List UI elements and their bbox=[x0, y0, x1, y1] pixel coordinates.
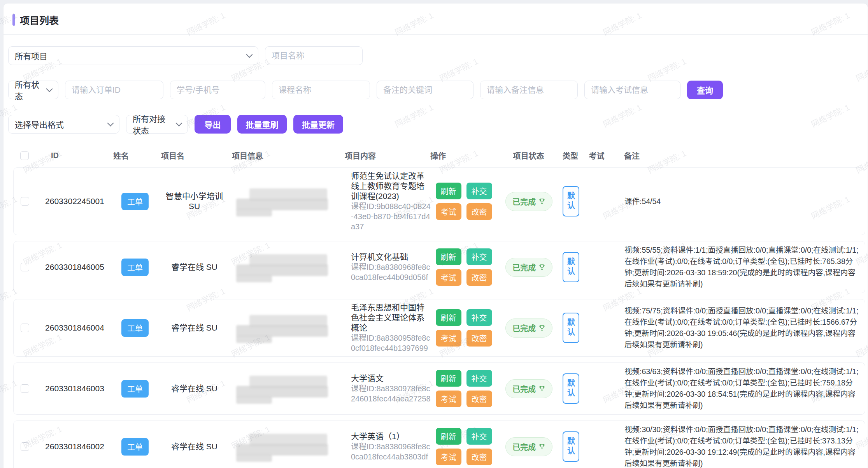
exam-button[interactable]: 考试 bbox=[436, 203, 461, 220]
export-button[interactable]: 导出 bbox=[195, 115, 231, 134]
content-title: 毛泽东思想和中国特色社会主义理论体系概论 bbox=[351, 303, 431, 333]
type-default-button[interactable]: 默认 bbox=[563, 431, 579, 462]
redacted-info-blur bbox=[236, 432, 339, 461]
remark-text: 视频:30/30;资料课件:0/0;面授直播回放:0/0;直播课堂:0/0;在线… bbox=[614, 424, 865, 468]
redacted-info-blur bbox=[236, 313, 339, 342]
chevron-down-icon bbox=[176, 120, 182, 127]
table-row: 2603301846005 工单 睿学在线 SU 计算机文化基础 课程ID:8a… bbox=[13, 241, 865, 293]
header-project-info: 项目信息 bbox=[232, 150, 345, 161]
change-password-button[interactable]: 改密 bbox=[466, 330, 492, 347]
filter-row-1: 所有项目 bbox=[8, 46, 868, 65]
row-checkbox[interactable] bbox=[21, 263, 29, 271]
change-password-button[interactable]: 改密 bbox=[466, 391, 492, 407]
resubmit-button[interactable]: 补交 bbox=[466, 370, 492, 387]
content-title: 计算机文化基础 bbox=[351, 252, 431, 262]
header-project-name: 项目名 bbox=[156, 150, 232, 161]
student-id-input[interactable] bbox=[170, 81, 265, 99]
work-order-button[interactable]: 工单 bbox=[121, 259, 149, 276]
dock-status-select[interactable]: 所有对接状态 bbox=[126, 115, 188, 134]
page-header: 项目列表 bbox=[4, 4, 868, 35]
work-order-button[interactable]: 工单 bbox=[121, 193, 149, 210]
trophy-icon bbox=[538, 198, 545, 205]
work-order-button[interactable]: 工单 bbox=[121, 380, 149, 398]
type-default-button[interactable]: 默认 bbox=[563, 186, 579, 216]
row-actions: 刷新 补交 考试 改密 bbox=[436, 428, 492, 465]
row-actions: 刷新 补交 考试 改密 bbox=[436, 183, 492, 220]
refresh-button[interactable]: 刷新 bbox=[436, 248, 461, 265]
change-password-button[interactable]: 改密 bbox=[466, 203, 492, 220]
chevron-down-icon bbox=[46, 86, 53, 92]
dock-status-value: 所有对接状态 bbox=[133, 113, 173, 136]
table-header-row: ID 姓名 项目名 项目信息 项目内容 操作 项目状态 类型 考试 备注 bbox=[13, 150, 865, 167]
chevron-down-icon bbox=[246, 51, 253, 58]
row-id: 2603301846002 bbox=[36, 442, 114, 451]
trophy-icon bbox=[538, 324, 545, 331]
exam-button[interactable]: 考试 bbox=[436, 330, 461, 347]
status-select[interactable]: 所有状态 bbox=[8, 81, 58, 99]
title-accent-bar bbox=[12, 14, 15, 26]
batch-update-button[interactable]: 批量更新 bbox=[293, 115, 343, 134]
redacted-info-blur bbox=[236, 187, 339, 216]
project-select-value: 所有项目 bbox=[15, 50, 47, 62]
row-checkbox[interactable] bbox=[21, 197, 29, 206]
trophy-icon bbox=[538, 264, 545, 271]
filter-row-3: 选择导出格式 所有对接状态 导出 批量重刷 批量更新 bbox=[8, 115, 868, 134]
export-format-select[interactable]: 选择导出格式 bbox=[8, 115, 119, 134]
project-name: 睿学在线 SU bbox=[171, 384, 217, 394]
type-default-button[interactable]: 默认 bbox=[563, 373, 579, 404]
header-name: 姓名 bbox=[113, 150, 156, 161]
row-checkbox[interactable] bbox=[21, 442, 29, 451]
header-exam: 考试 bbox=[580, 150, 613, 161]
project-select[interactable]: 所有项目 bbox=[8, 46, 258, 65]
batch-refresh-button[interactable]: 批量重刷 bbox=[237, 115, 287, 134]
row-checkbox[interactable] bbox=[21, 384, 29, 393]
resubmit-button[interactable]: 补交 bbox=[466, 183, 492, 199]
exam-button[interactable]: 考试 bbox=[436, 449, 461, 465]
table-row: 2603301846002 工单 睿学在线 SU 大学英语（1） 课程ID:8a… bbox=[13, 420, 865, 468]
exam-info-input[interactable] bbox=[584, 81, 680, 99]
exam-button[interactable]: 考试 bbox=[436, 269, 461, 286]
project-table: ID 姓名 项目名 项目信息 项目内容 操作 项目状态 类型 考试 备注 260… bbox=[13, 150, 865, 468]
resubmit-button[interactable]: 补交 bbox=[466, 309, 492, 326]
content-title: 大学英语（1） bbox=[351, 431, 431, 442]
refresh-button[interactable]: 刷新 bbox=[436, 370, 461, 387]
content-title: 大学语文 bbox=[351, 373, 431, 384]
status-badge: 已完成 bbox=[505, 192, 552, 211]
table-row: 2603302245001 工单 智慧中小学培训 SU 师范生免试认定改革线上教… bbox=[13, 167, 865, 235]
resubmit-button[interactable]: 补交 bbox=[466, 428, 492, 445]
change-password-button[interactable]: 改密 bbox=[466, 269, 492, 286]
header-remark: 备注 bbox=[613, 150, 865, 161]
search-button[interactable]: 查询 bbox=[687, 81, 723, 99]
project-name-input[interactable] bbox=[265, 46, 363, 65]
project-name: 睿学在线 SU bbox=[171, 262, 217, 272]
course-id: 课程ID:8a8380958fe8c0cf018fec44b1397699 bbox=[351, 333, 431, 353]
work-order-button[interactable]: 工单 bbox=[121, 319, 149, 337]
refresh-button[interactable]: 刷新 bbox=[436, 428, 461, 445]
row-id: 2603302245001 bbox=[36, 197, 114, 206]
status-badge: 已完成 bbox=[505, 318, 552, 338]
header-status: 项目状态 bbox=[496, 150, 561, 161]
filter-row-2: 所有状态 查询 bbox=[8, 81, 868, 99]
status-select-value: 所有状态 bbox=[15, 78, 43, 102]
project-content: 毛泽东思想和中国特色社会主义理论体系概论 课程ID:8a8380958fe8c0… bbox=[345, 303, 431, 353]
type-default-button[interactable]: 默认 bbox=[563, 313, 579, 343]
course-id: 课程ID:9b088c40-0824-43e0-b870-b94f617d4a3… bbox=[351, 201, 431, 232]
row-checkbox[interactable] bbox=[21, 324, 29, 332]
change-password-button[interactable]: 改密 bbox=[466, 449, 492, 465]
select-all-checkbox[interactable] bbox=[20, 151, 29, 160]
type-default-button[interactable]: 默认 bbox=[563, 252, 579, 282]
trophy-icon bbox=[538, 443, 545, 450]
header-actions: 操作 bbox=[430, 150, 496, 161]
status-badge: 已完成 bbox=[505, 258, 552, 277]
course-id: 课程ID:8a8380978fe8c246018fec44aea27258 bbox=[351, 384, 431, 404]
refresh-button[interactable]: 刷新 bbox=[436, 309, 461, 326]
resubmit-button[interactable]: 补交 bbox=[466, 248, 492, 265]
order-id-input[interactable] bbox=[65, 81, 163, 99]
table-row: 2603301846004 工单 睿学在线 SU 毛泽东思想和中国特色社会主义理… bbox=[13, 299, 865, 357]
refresh-button[interactable]: 刷新 bbox=[436, 183, 461, 199]
exam-button[interactable]: 考试 bbox=[436, 391, 461, 407]
work-order-button[interactable]: 工单 bbox=[121, 438, 149, 456]
remark-info-input[interactable] bbox=[480, 81, 578, 99]
remark-keyword-input[interactable] bbox=[377, 81, 473, 99]
course-name-input[interactable] bbox=[272, 81, 370, 99]
